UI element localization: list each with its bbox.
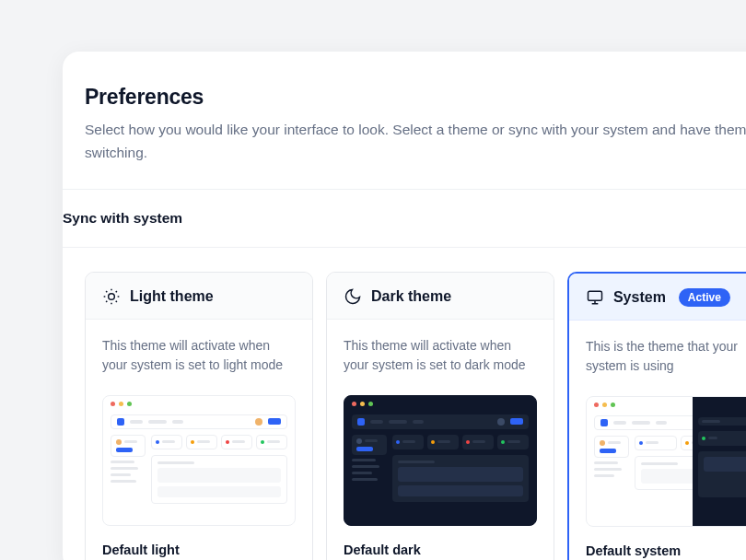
sun-icon [102, 287, 121, 306]
theme-card-light[interactable]: Light theme This theme will activate whe… [85, 272, 313, 560]
card-description: This is the theme that your system is us… [586, 337, 746, 379]
card-title: System [613, 289, 666, 306]
sync-with-system-row[interactable]: Sync with system [63, 190, 746, 247]
page-subtitle: Select how you would like your interface… [85, 119, 746, 165]
theme-option-label: Default system [586, 543, 746, 558]
theme-preview-system [586, 396, 746, 527]
svg-rect-9 [588, 291, 601, 300]
card-title: Dark theme [371, 288, 451, 305]
theme-preview-light [102, 395, 296, 526]
theme-preview-dark [344, 395, 537, 526]
page-title: Preferences [85, 85, 746, 110]
card-header: System Active [569, 274, 746, 321]
svg-line-4 [116, 300, 117, 301]
moon-icon [344, 287, 362, 306]
monitor-icon [586, 288, 604, 307]
sync-with-system-label: Sync with system [63, 210, 182, 227]
theme-option-label: Default dark [344, 542, 537, 557]
card-title: Light theme [130, 288, 214, 305]
theme-card-dark[interactable]: Dark theme This theme will activate when… [326, 272, 554, 560]
svg-line-3 [106, 291, 107, 292]
card-description: This theme will activate when your syste… [344, 336, 537, 379]
card-header: Dark theme [327, 273, 554, 320]
preferences-panel: Preferences Select how you would like yo… [63, 52, 746, 560]
theme-option-label: Default light [102, 542, 296, 557]
active-badge: Active [679, 288, 730, 307]
theme-cards: Light theme This theme will activate whe… [63, 248, 746, 560]
card-description: This theme will activate when your syste… [102, 336, 296, 379]
svg-line-7 [106, 300, 107, 301]
svg-point-0 [109, 293, 115, 299]
theme-card-system[interactable]: System Active This is the theme that you… [567, 272, 746, 560]
svg-line-8 [116, 291, 117, 292]
card-header: Light theme [86, 273, 312, 320]
